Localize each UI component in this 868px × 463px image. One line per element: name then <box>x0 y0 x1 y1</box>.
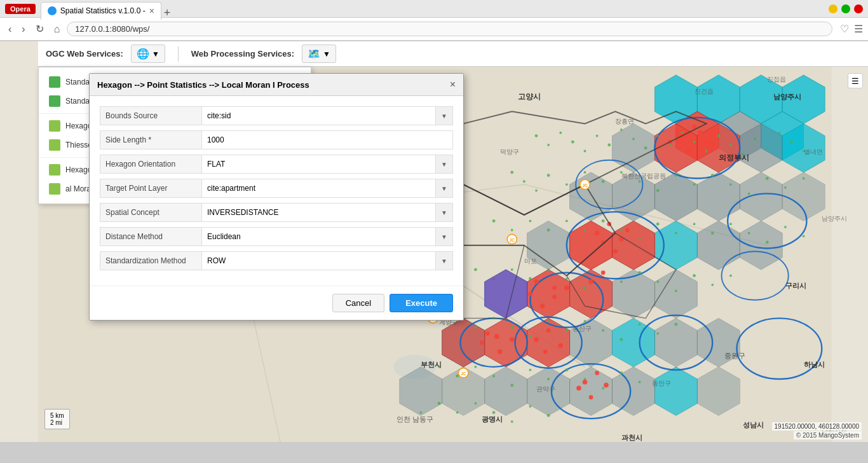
svg-text:덕양구: 덕양구 <box>500 148 519 155</box>
svg-point-99 <box>656 189 660 192</box>
target-point-layer-select[interactable]: cite:apartment <box>201 179 453 198</box>
svg-text:진건읍: 진건읍 <box>695 88 714 95</box>
svg-point-191 <box>540 303 545 308</box>
side-length-label: Side Length * <box>100 130 201 149</box>
svg-point-148 <box>584 320 587 322</box>
svg-point-72 <box>596 135 599 137</box>
svg-point-205 <box>595 371 599 375</box>
back-button[interactable]: ‹ <box>5 22 15 36</box>
hexagon-orientation-label: Hexagon Orientation <box>100 155 201 174</box>
opera-button[interactable]: Opera <box>5 4 36 14</box>
cancel-button[interactable]: Cancel <box>332 294 384 312</box>
svg-point-76 <box>644 146 648 149</box>
svg-point-149 <box>602 329 604 332</box>
svg-text:JC: JC <box>582 183 588 188</box>
address-bar[interactable] <box>67 22 832 36</box>
execute-button[interactable]: Execute <box>390 294 453 312</box>
svg-point-170 <box>492 411 496 414</box>
svg-text:고양시: 고양시 <box>518 92 541 101</box>
svg-point-156 <box>474 366 477 368</box>
svg-text:관악구: 관악구 <box>536 385 555 392</box>
svg-point-150 <box>620 338 623 341</box>
svg-point-69 <box>559 132 562 134</box>
svg-point-123 <box>766 240 769 244</box>
svg-point-134 <box>620 280 623 283</box>
svg-point-93 <box>547 174 550 177</box>
svg-point-171 <box>511 420 513 423</box>
svg-point-190 <box>552 295 557 300</box>
svg-point-126 <box>474 268 477 272</box>
toolbar-separator <box>178 46 179 62</box>
svg-point-112 <box>566 220 568 223</box>
dialog-close-button[interactable]: × <box>450 79 456 90</box>
ogc-icon: 🌐 <box>137 48 149 60</box>
svg-point-158 <box>510 384 513 387</box>
svg-point-169 <box>474 402 477 404</box>
minimize-button[interactable] <box>829 4 837 13</box>
wps-icon: 🗺️ <box>308 48 320 60</box>
svg-point-110 <box>529 220 532 223</box>
svg-point-119 <box>693 223 696 225</box>
svg-point-74 <box>620 128 623 131</box>
svg-text:북한산국립공원: 북한산국립공원 <box>621 172 666 179</box>
title-bar: Opera Spatial Statistics v.1.0.0 - × + <box>0 0 868 18</box>
wps-dropdown[interactable]: 🗺️ ▼ <box>302 45 336 63</box>
process-icon-5 <box>49 183 60 195</box>
svg-point-166 <box>419 411 422 414</box>
svg-point-105 <box>766 177 769 180</box>
svg-point-177 <box>686 149 691 153</box>
svg-point-163 <box>602 387 604 389</box>
forward-button[interactable]: › <box>18 22 28 36</box>
svg-point-208 <box>576 386 581 391</box>
svg-text:진접읍: 진접읍 <box>767 76 786 83</box>
spatial-concept-wrapper: INVERSEDISTANCE FIXEDDISTANCEBAND ▼ <box>201 203 453 222</box>
home-button[interactable]: ⌂ <box>51 22 64 36</box>
form-row-bounds-source: Bounds Source cite:sid ▼ <box>100 106 453 125</box>
spatial-concept-label: Spatial Concept <box>100 203 201 222</box>
hexagon-orientation-select[interactable]: FLAT POINTY <box>201 155 453 174</box>
side-length-input[interactable] <box>201 130 453 149</box>
svg-point-206 <box>604 383 609 388</box>
tab-close-button[interactable]: × <box>149 6 154 16</box>
svg-point-124 <box>784 226 787 228</box>
svg-point-189 <box>564 286 569 291</box>
maximize-button[interactable] <box>841 4 850 13</box>
svg-point-185 <box>613 249 618 254</box>
svg-text:의정부시: 의정부시 <box>719 153 749 162</box>
browser-tab[interactable]: Spatial Statistics v.1.0.0 - × <box>41 2 161 20</box>
standardization-method-select[interactable]: ROW NONE <box>201 251 453 270</box>
svg-point-85 <box>754 137 757 141</box>
svg-point-159 <box>529 369 532 371</box>
svg-point-188 <box>601 270 606 275</box>
svg-point-87 <box>778 132 781 134</box>
menu-icon[interactable]: ☰ <box>854 23 863 35</box>
standardization-method-wrapper: ROW NONE ▼ <box>201 251 453 270</box>
svg-point-184 <box>625 228 630 232</box>
svg-point-136 <box>656 280 659 283</box>
refresh-button[interactable]: ↻ <box>32 22 47 36</box>
svg-point-73 <box>607 144 611 147</box>
svg-point-115 <box>620 229 623 232</box>
svg-point-121 <box>729 223 732 225</box>
close-button[interactable] <box>854 4 863 13</box>
distance-method-select[interactable]: Euclidean Manhattan <box>201 227 453 246</box>
svg-point-108 <box>492 219 496 223</box>
svg-point-153 <box>674 323 677 326</box>
spatial-concept-select[interactable]: INVERSEDISTANCE FIXEDDISTANCEBAND <box>201 203 453 222</box>
svg-point-146 <box>547 320 550 322</box>
svg-point-68 <box>547 144 550 146</box>
svg-point-90 <box>510 171 513 174</box>
new-tab-button[interactable]: + <box>164 6 171 20</box>
ogc-services-dropdown[interactable]: 🌐 ▼ <box>131 45 165 63</box>
svg-point-77 <box>656 135 659 137</box>
bounds-source-select[interactable]: cite:sid <box>201 106 453 125</box>
nav-icons: ♡ ☰ <box>840 23 863 35</box>
svg-point-120 <box>711 232 714 235</box>
svg-point-109 <box>511 229 513 232</box>
legend-toggle[interactable]: ☰ <box>848 73 863 88</box>
bookmark-icon[interactable]: ♡ <box>840 23 849 35</box>
svg-point-106 <box>784 186 787 189</box>
svg-point-114 <box>602 219 605 223</box>
svg-point-152 <box>656 332 659 335</box>
process-dialog: Hexagon --> Point Statistics --> Local M… <box>89 73 464 321</box>
